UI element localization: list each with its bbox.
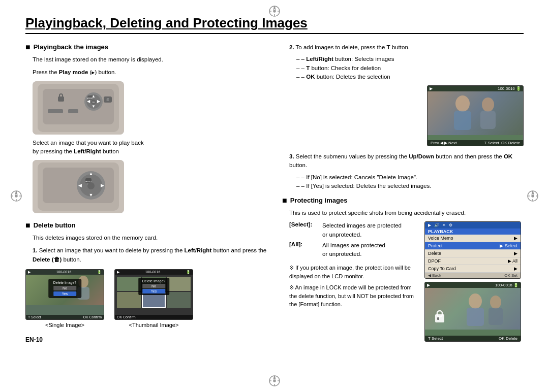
page-title: Playingback, Deleting and Protecting Ima… [25, 15, 524, 34]
single-image-screen: ▶ 100-0016 🔋 [25, 269, 104, 328]
cam2-footer-t: T Select [428, 336, 443, 341]
cam-photo-1 [428, 91, 523, 135]
dialog2-no: No [142, 284, 166, 288]
menu-icon-play: ▶ [428, 223, 431, 227]
menu-icon-sound: 🔊 [434, 223, 439, 227]
section1-text3: Select an image that you want to play ba… [33, 139, 267, 156]
cam-screen-2-footer: T Select OK Delete [425, 336, 521, 341]
thumb-4 [117, 292, 141, 308]
svg-point-58 [455, 95, 470, 112]
menu-item-delete: Delete ▶ [425, 250, 521, 257]
cam-header-num: 100-0016 🔋 [498, 86, 521, 91]
menu-item-protect-right: ▶ Select [500, 243, 517, 248]
menu-item-delete-label: Delete [428, 251, 441, 256]
menu-item-copy: Copy To Card ▶ [425, 265, 521, 273]
svg-point-11 [273, 380, 276, 382]
screen1-footer-t: T Select [28, 315, 41, 319]
svg-text:▶: ▶ [97, 99, 101, 104]
protect-header: Protecting images [290, 197, 348, 204]
menu-footer-set: OK Set [504, 273, 517, 278]
protect-row-all: [All]: All images are protected or unpro… [289, 241, 419, 259]
menu-footer-back: ◀ Back [428, 273, 441, 278]
thumb-6 [167, 292, 191, 308]
caption-single: <Single Image> [25, 322, 104, 328]
menu-item-copy-arrow: ▶ [514, 266, 517, 271]
delete-screens-container: ▶ 100-0016 🔋 [25, 269, 267, 328]
svg-point-60 [482, 97, 494, 112]
dash4: – If [No] is selected: Cancels "Delete I… [296, 173, 524, 182]
step1-text: 1. Select an image that you want to dele… [33, 246, 267, 264]
select-text: Selected images are protected or unprote… [322, 221, 402, 239]
cam2-icon: ▶ [427, 283, 430, 287]
cam-header-icon: ▶ [430, 86, 433, 91]
svg-rect-66 [467, 308, 484, 326]
camera-buttons-image-2: MENU OK ▲ ▼ ◀ ▶ [33, 160, 124, 213]
dash3: – OK button: Deletes the selection [296, 73, 524, 81]
step3-text: 3. Select the submenu values by pressing… [289, 152, 524, 170]
svg-text:◀: ◀ [87, 99, 90, 104]
svg-text:▲: ▲ [89, 171, 94, 176]
note1: If you protect an image, the protect ico… [289, 264, 419, 280]
menu-item-delete-arrow: ▶ [514, 251, 517, 256]
screen1-header: ▶ 100-0016 🔋 [26, 270, 104, 275]
cam-photo-2 [425, 288, 521, 330]
svg-text:▼: ▼ [92, 104, 96, 109]
screen2-header-mid: 100-0016 [145, 270, 161, 274]
camera-buttons-image-1: MENU ▲ ▼ ◀ ▶ OK E [33, 81, 124, 135]
svg-rect-39 [58, 96, 64, 102]
cam2-num: 100-0016 🔋 [495, 283, 518, 287]
menu-item-protect: Protect ▶ Select [425, 242, 521, 250]
all-label: [All]: [289, 241, 317, 247]
svg-point-55 [87, 182, 95, 189]
menu-title: PLAYBACK [425, 228, 521, 235]
camera-screen-2: ▶ 100-0016 🔋 [424, 282, 521, 342]
svg-rect-42 [68, 109, 78, 113]
cam-screen-1-header: ▶ 100-0016 🔋 [428, 86, 523, 91]
svg-point-67 [490, 296, 501, 309]
menu-icon-star: ✦ [442, 223, 446, 227]
svg-text:E: E [106, 97, 109, 102]
svg-rect-61 [480, 111, 496, 129]
note2: An image in LOCK mode will be protected … [289, 283, 419, 309]
screen2-footer-ok: OK Confirm [117, 315, 136, 319]
dialog2-title: Delete Image? [142, 279, 166, 283]
svg-rect-26 [43, 89, 114, 124]
right-screens: ▶ 🔊 ✦ ⚙ PLAYBACK Voice Memo ▶ [424, 221, 524, 344]
cam-screen-1-footer: Prev ◀ ▶ Next T Select OK Delete [428, 140, 523, 146]
protect-row-select: [Select]: Selected images are protected … [289, 221, 419, 239]
protect-info: [Select]: Selected images are protected … [282, 221, 419, 312]
bullet-icon-2: ■ [25, 221, 30, 230]
menu-icon-gear: ⚙ [449, 223, 452, 227]
step2-text: 2. To add images to delete, press the T … [289, 43, 524, 52]
screen1-header-left: ▶ [28, 270, 30, 274]
dialog2-yes: Yes [142, 289, 166, 293]
camera-screen-1-wrap: ▶ 100-0016 🔋 Prev ◀ ▶ Next [282, 85, 524, 148]
screen1-footer: T Select OK Confirm [26, 315, 104, 319]
section1-text2: Press the Play mode (▶) button. [33, 68, 267, 77]
screen2-header: ▶ 100-0016 🔋 [115, 270, 193, 275]
screen2-header-right: 🔋 [186, 270, 191, 274]
screen1-header-mid: 100-0016 [56, 270, 72, 274]
dash1: – Left/Right button: Selects images [296, 55, 524, 63]
screen1-footer-ok: OK Confirm [83, 315, 102, 319]
svg-text:▲: ▲ [92, 94, 96, 99]
thumbnail-image-display: ▶ 100-0016 🔋 [114, 269, 193, 320]
dash5: – If [Yes] is selected: Deletes the sele… [296, 182, 524, 190]
svg-rect-41 [48, 109, 63, 113]
thumbnail-image-screen: ▶ 100-0016 🔋 [114, 269, 193, 328]
bullet-icon: ■ [25, 43, 30, 51]
menu-item-protect-label: Protect [428, 243, 443, 248]
menu-header: ▶ 🔊 ✦ ⚙ [425, 222, 521, 228]
cam-footer-prev: Prev ◀ ▶ Next [431, 141, 457, 145]
section2-text1: This deletes images stored on the memory… [33, 234, 267, 242]
menu-item-voice-label: Voice Memo [428, 236, 453, 241]
compass-bottom-icon [268, 375, 281, 387]
svg-rect-64 [437, 317, 439, 320]
menu-item-copy-label: Copy To Card [428, 266, 456, 271]
menu-item-voice-arrow: ▶ [514, 236, 517, 241]
menu-item-dpof-right: ▶ All [508, 258, 517, 264]
dialog1-yes: Yes [53, 291, 77, 296]
section1-text1: The last image stored on the memory is d… [33, 55, 267, 64]
select-label: [Select]: [289, 221, 317, 227]
menu-footer: ◀ Back OK Set [425, 273, 521, 278]
